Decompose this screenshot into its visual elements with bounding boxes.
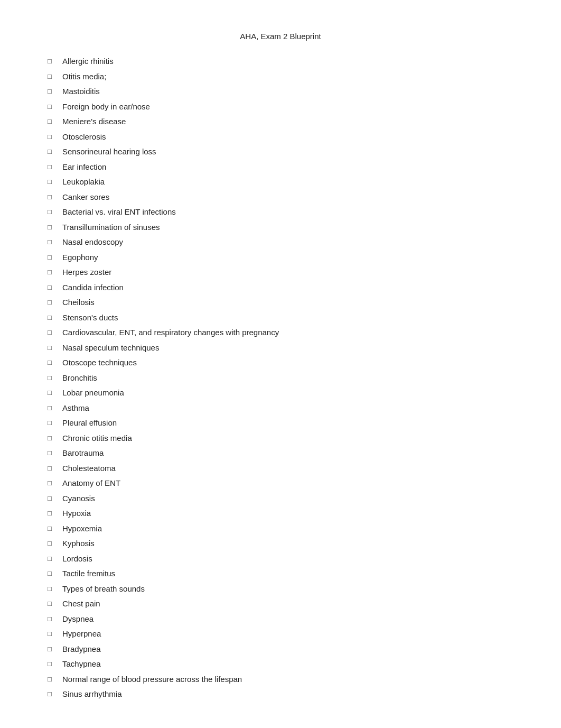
bullet-icon: □ [42, 372, 57, 383]
bullet-icon: □ [42, 432, 57, 444]
bullet-icon: □ [42, 688, 57, 699]
list-item: □Foreign body in ear/nose [42, 101, 519, 113]
bullet-icon: □ [42, 312, 57, 323]
list-item: □Herpes zoster [42, 266, 519, 279]
item-text: Types of breath sounds [62, 583, 145, 595]
item-text: Tactile fremitus [62, 568, 115, 580]
item-text: Cyanosis [62, 493, 95, 505]
bullet-icon: □ [42, 297, 57, 308]
bullet-icon: □ [42, 101, 57, 112]
item-text: Nasal endoscopy [62, 236, 123, 248]
item-text: Cardiovascular, ENT, and respiratory cha… [62, 327, 279, 339]
item-text: Bronchitis [62, 372, 97, 384]
bullet-icon: □ [42, 206, 57, 217]
bullet-icon: □ [42, 387, 57, 398]
item-text: Ear infection [62, 161, 106, 173]
list-item: □Cardiovascular, ENT, and respiratory ch… [42, 327, 519, 339]
list-item: □Hypoxemia [42, 523, 519, 535]
bullet-icon: □ [42, 71, 57, 82]
item-text: Pleural effusion [62, 417, 117, 429]
list-item: □Stenson's ducts [42, 312, 519, 324]
bullet-icon: □ [42, 463, 57, 474]
item-text: Normal range of blood pressure across th… [62, 674, 242, 686]
item-text: Lordosis [62, 553, 92, 565]
bullet-icon: □ [42, 477, 57, 489]
item-text: Hypoxemia [62, 523, 102, 535]
item-text: Dyspnea [62, 613, 94, 625]
item-text: Foreign body in ear/nose [62, 101, 150, 113]
item-text: Chronic otitis media [62, 432, 132, 445]
item-text: Stenson's ducts [62, 312, 118, 324]
bullet-icon: □ [42, 523, 57, 534]
item-text: Bacterial vs. viral ENT infections [62, 206, 176, 218]
bullet-icon: □ [42, 628, 57, 639]
item-text: Canker sores [62, 191, 109, 204]
bullet-icon: □ [42, 508, 57, 519]
list-item: □Bacterial vs. viral ENT infections [42, 206, 519, 218]
bullet-icon: □ [42, 176, 57, 187]
item-text: Herpes zoster [62, 266, 111, 279]
list-item: □Anatomy of ENT [42, 477, 519, 490]
bullet-icon: □ [42, 538, 57, 549]
bullet-icon: □ [42, 402, 57, 413]
bullet-icon: □ [42, 161, 57, 172]
item-text: Egophony [62, 252, 98, 264]
bullet-icon: □ [42, 447, 57, 458]
item-text: Sinus arrhythmia [62, 688, 122, 701]
bullet-icon: □ [42, 598, 57, 609]
list-item: □Meniere's disease [42, 116, 519, 128]
list-item: □Dyspnea [42, 613, 519, 625]
list-item: □Otitis media; [42, 71, 519, 83]
item-text: Allergic rhinitis [62, 56, 114, 68]
bullet-icon: □ [42, 568, 57, 579]
list-item: □Leukoplakia [42, 176, 519, 188]
bullet-icon: □ [42, 266, 57, 278]
list-item: □Tactile fremitus [42, 568, 519, 580]
list-item: □Otosclerosis [42, 131, 519, 143]
list-item: □Canker sores [42, 191, 519, 204]
list-item: □Sinus arrhythmia [42, 688, 519, 701]
list-item: □Kyphosis [42, 538, 519, 550]
bullet-icon: □ [42, 342, 57, 353]
list-item: □Types of breath sounds [42, 583, 519, 595]
item-text: Asthma [62, 402, 89, 414]
list-item: □Otoscope techniques [42, 357, 519, 369]
list-item: □Lobar pneumonia [42, 387, 519, 399]
list-item: □Bradypnea [42, 643, 519, 656]
item-text: Chest pain [62, 598, 100, 610]
bullet-icon: □ [42, 553, 57, 564]
bullet-icon: □ [42, 191, 57, 202]
list-item: □Bronchitis [42, 372, 519, 384]
item-text: Cholesteatoma [62, 463, 116, 475]
list-item: □Hyperpnea [42, 628, 519, 640]
item-text: Lobar pneumonia [62, 387, 124, 399]
bullet-icon: □ [42, 282, 57, 293]
item-text: Mastoiditis [62, 86, 100, 98]
item-text: Nasal speculum techniques [62, 342, 159, 354]
list-item: □Normal range of blood pressure across t… [42, 674, 519, 686]
page-title: AHA, Exam 2 Blueprint [42, 32, 519, 41]
list-item: □Cheilosis [42, 297, 519, 309]
bullet-icon: □ [42, 583, 57, 594]
bullet-icon: □ [42, 674, 57, 685]
list-item: □Nasal endoscopy [42, 236, 519, 248]
list-item: □Sensorineural hearing loss [42, 146, 519, 158]
list-item: □Nasal speculum techniques [42, 342, 519, 354]
bullet-icon: □ [42, 222, 57, 233]
list-item: □Candida infection [42, 282, 519, 294]
bullet-icon: □ [42, 327, 57, 338]
item-text: Bradypnea [62, 643, 101, 656]
bullet-icon: □ [42, 86, 57, 97]
item-text: Sensorineural hearing loss [62, 146, 156, 158]
bullet-icon: □ [42, 357, 57, 368]
item-text: Anatomy of ENT [62, 477, 120, 490]
list-item: □Allergic rhinitis [42, 56, 519, 68]
item-text: Leukoplakia [62, 176, 105, 188]
item-text: Otitis media; [62, 71, 106, 83]
bullet-icon: □ [42, 131, 57, 142]
bullet-icon: □ [42, 493, 57, 504]
bullet-icon: □ [42, 252, 57, 263]
list-item: □Tachypnea [42, 658, 519, 670]
list-item: □Asthma [42, 402, 519, 414]
bullet-icon: □ [42, 643, 57, 655]
